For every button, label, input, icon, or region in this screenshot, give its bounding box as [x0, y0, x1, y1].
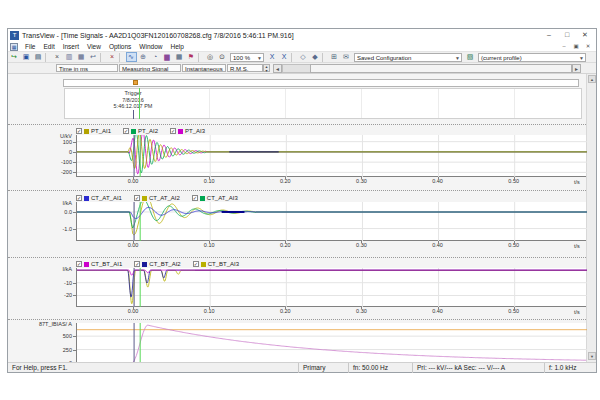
legend-checkbox[interactable]: ✓ — [134, 261, 140, 267]
plot-restraint-current[interactable] — [76, 323, 586, 362]
y-tick-label: 0.0 — [50, 209, 72, 215]
envelope-icon[interactable]: ✉ — [341, 52, 352, 62]
legend-checkbox[interactable]: ✓ — [192, 195, 198, 201]
vector-view-icon[interactable]: ⚑ — [186, 52, 197, 62]
zoom-level-select[interactable]: 100 %▼ — [230, 53, 264, 62]
zoom-x-icon[interactable]: X — [267, 52, 278, 62]
child-window-icon[interactable]: ▦ — [10, 43, 18, 51]
child-minimize-button[interactable]: – — [558, 43, 570, 49]
vertical-scrollbar[interactable]: ▲ ▼ — [586, 74, 596, 362]
x-tick-mark — [133, 177, 134, 179]
close-button[interactable]: ✕ — [576, 29, 594, 41]
trigger-panel-gridline — [285, 89, 286, 118]
cut-icon[interactable]: × — [52, 52, 63, 62]
legend-item: ✓CT_BT_AI2 — [134, 261, 180, 267]
copy-icon[interactable]: ▥ — [64, 52, 75, 62]
cursor-line-green[interactable] — [139, 88, 140, 119]
legend-label: CT_AT_AI1 — [91, 195, 122, 201]
scroll-up-icon[interactable]: ▲ — [588, 75, 596, 83]
menu-item-options[interactable]: Options — [105, 43, 135, 50]
fit-view-icon[interactable]: ◆ — [310, 52, 321, 62]
undo-icon[interactable]: ↩ — [88, 52, 99, 62]
y-tick-label: -20 — [50, 292, 72, 298]
y-tick-label: 500 — [50, 333, 72, 339]
legend-color-swatch — [201, 262, 206, 267]
x-tick-mark — [514, 307, 515, 309]
x-tick-mark — [361, 177, 362, 179]
scroll-left-icon[interactable]: ◄ — [273, 64, 282, 73]
plot-ct-bt-currents[interactable] — [76, 268, 586, 307]
waveform-CT_BT_AI1 — [77, 270, 587, 275]
legend-color-swatch — [200, 196, 205, 201]
record-overview-bar[interactable] — [63, 79, 579, 87]
menu-item-insert[interactable]: Insert — [59, 43, 83, 50]
trigger-panel-gridline — [514, 89, 515, 118]
grid-icon[interactable]: ⊞ — [329, 52, 340, 62]
menu-item-file[interactable]: File — [21, 43, 39, 50]
child-restore-button[interactable]: ▣ — [570, 43, 582, 49]
apply-profile-icon[interactable]: ▧ — [465, 52, 476, 62]
binoculars-icon[interactable]: ◎ — [205, 52, 216, 62]
rms-field[interactable]: R.M.S. — [227, 64, 263, 72]
time-scrollbar-thumb[interactable] — [310, 64, 572, 73]
print-icon[interactable]: ▤ — [33, 52, 44, 62]
time-axis-field[interactable]: Time in ms — [56, 64, 118, 72]
plot-pt-voltages[interactable] — [76, 135, 586, 177]
row-separator[interactable] — [8, 319, 596, 321]
maximize-button[interactable]: □ — [558, 29, 576, 41]
locus-diagram-icon[interactable]: ◔ — [150, 52, 161, 62]
delete-icon[interactable]: × — [107, 52, 118, 62]
zoom-y-icon[interactable]: X — [279, 52, 290, 62]
time-signals-icon[interactable]: ∿ — [126, 52, 137, 62]
menu-item-view[interactable]: View — [83, 43, 105, 50]
zoom-icon[interactable]: ⊙ — [217, 52, 228, 62]
minimize-button[interactable]: – — [540, 29, 558, 41]
plot-ct-at-currents[interactable] — [76, 202, 586, 241]
y-tick-label: -100 — [50, 159, 72, 165]
waveform-87T_IBIAS — [77, 325, 586, 362]
legend-checkbox[interactable]: ✓ — [76, 128, 82, 134]
menu-item-help[interactable]: Help — [166, 43, 187, 50]
x-axis-unit: t/s — [574, 243, 580, 249]
status-ratios: Pri: --- kV/--- kA Sec: --- V/--- A — [412, 363, 544, 373]
y-tick-mark — [73, 212, 76, 213]
scroll-down-icon[interactable]: ▼ — [588, 352, 596, 360]
paste-icon[interactable]: ▦ — [76, 52, 87, 62]
status-nominal-frequency: fn: 50.00 Hz — [348, 363, 412, 373]
saved-configuration-select[interactable]: Saved Configuration▼ — [354, 53, 462, 62]
current-profile-select[interactable]: (current profile)▼ — [478, 53, 586, 62]
table-view-icon[interactable]: ▦ — [174, 52, 185, 62]
menu-item-edit[interactable]: Edit — [39, 43, 58, 50]
row-separator[interactable] — [8, 190, 596, 192]
cursor-line-dark[interactable] — [133, 110, 134, 119]
save-icon[interactable]: ▣ — [21, 52, 32, 62]
row-separator[interactable] — [8, 257, 596, 259]
signal-spinner[interactable]: ▲ ▼ — [263, 64, 270, 72]
phasor-diagram-icon[interactable]: ⊕ — [138, 52, 149, 62]
measuring-signal-field[interactable]: Measuring Signal — [119, 64, 181, 72]
menu-item-window[interactable]: Window — [135, 43, 166, 50]
legend-checkbox[interactable]: ✓ — [134, 195, 140, 201]
status-help-text: For Help, press F1. — [12, 363, 68, 372]
bar-diagram-icon[interactable]: ▆ — [162, 52, 173, 62]
x-tick-mark — [438, 307, 439, 309]
legend-checkbox[interactable]: ✓ — [193, 261, 199, 267]
x-tick-mark — [133, 241, 134, 243]
legend-label: CT_BT_AI3 — [208, 261, 239, 267]
spinner-down-icon[interactable]: ▼ — [264, 69, 269, 73]
legend-checkbox[interactable]: ✓ — [123, 128, 129, 134]
scroll-right-icon[interactable]: ► — [572, 64, 581, 73]
toolbar-separator — [291, 53, 296, 62]
y-tick-label: -10 — [50, 280, 72, 286]
trigger-marker[interactable] — [133, 80, 138, 85]
x-tick-mark — [514, 177, 515, 179]
legend-label: PT_AI1 — [91, 128, 111, 134]
instantaneous-field[interactable]: Instantaneous — [182, 64, 226, 72]
child-close-button[interactable]: ✕ — [582, 43, 594, 49]
open-icon[interactable]: ↪ — [9, 52, 20, 62]
legend-checkbox[interactable]: ✓ — [170, 128, 176, 134]
pan-icon[interactable]: ◇ — [298, 52, 309, 62]
legend-checkbox[interactable]: ✓ — [76, 261, 82, 267]
legend-checkbox[interactable]: ✓ — [76, 195, 82, 201]
row-separator[interactable] — [8, 124, 596, 126]
